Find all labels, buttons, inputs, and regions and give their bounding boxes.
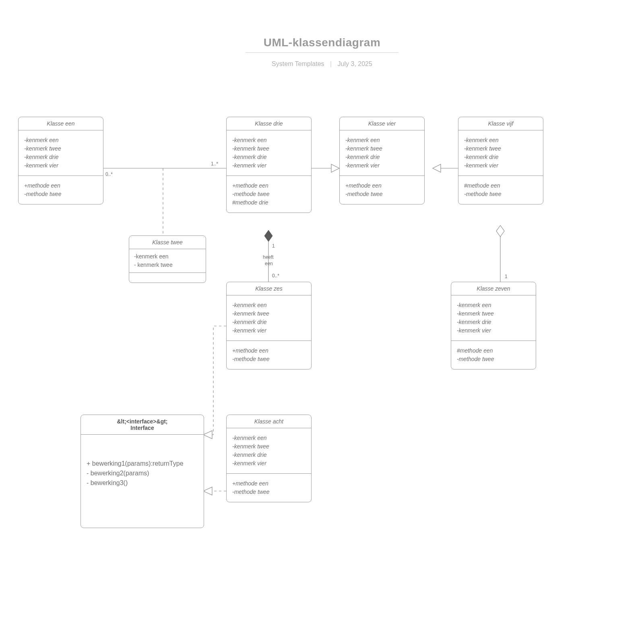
class-k3-name: Klasse drie <box>227 117 311 130</box>
class-k2[interactable]: Klasse twee -kenmerk een - kenmerk twee <box>129 235 206 283</box>
class-k5-name: Klasse vijf <box>458 117 543 130</box>
class-k1-ops: +methode een -methode twee <box>19 176 103 204</box>
class-k6[interactable]: Klasse zes -kenmerk een -kenmerk twee -k… <box>226 282 312 369</box>
class-k8-name: Klasse acht <box>227 415 311 428</box>
class-k2-attrs: -kenmerk een - kenmerk twee <box>129 249 206 273</box>
class-k1[interactable]: Klasse een -kenmerk een -kenmerk twee -k… <box>18 117 103 204</box>
class-k2-ops <box>129 273 206 283</box>
svg-marker-8 <box>496 225 504 237</box>
diagram-canvas: UML-klassendiagram System Templates | Ju… <box>0 0 644 644</box>
class-k1-attrs: -kenmerk een -kenmerk twee -kenmerk drie… <box>19 130 103 176</box>
svg-marker-3 <box>331 164 339 172</box>
svg-marker-7 <box>264 230 272 242</box>
class-k7-ops: #methode een -methode twee <box>451 341 536 369</box>
interface-ops: + bewerking1(params):returnType - bewerk… <box>81 435 204 537</box>
svg-marker-9 <box>203 431 212 439</box>
date: July 3, 2025 <box>338 60 372 67</box>
mult-k3-k6-top: 1 <box>272 243 275 249</box>
page-subtitle: System Templates | July 3, 2025 <box>0 60 644 68</box>
class-k4-ops: +methode een -methode twee <box>340 176 424 204</box>
class-k3-ops: +methode een -methode twee #methode drie <box>227 176 311 213</box>
class-k5-attrs: -kenmerk een -kenmerk twee -kenmerk drie… <box>458 130 543 176</box>
assoc-label-line1: heeft <box>263 254 274 260</box>
mult-k5-k7-bot: 1 <box>505 274 508 279</box>
class-k1-name: Klasse een <box>19 117 103 130</box>
interface-stereo: &lt;<interface>&gt; <box>83 418 201 425</box>
connectors-layer <box>0 0 644 644</box>
class-k8-ops: +methode een -methode twee <box>227 474 311 502</box>
class-k7-name: Klasse zeven <box>451 282 536 295</box>
mult-k3-k6-bot: 0..* <box>272 273 279 279</box>
class-k6-attrs: -kenmerk een -kenmerk twee -kenmerk drie… <box>227 295 311 341</box>
svg-marker-11 <box>203 487 212 495</box>
class-k8[interactable]: Klasse acht -kenmerk een -kenmerk twee -… <box>226 415 312 502</box>
mult-k1-k3-right: 1..* <box>211 161 218 167</box>
assoc-label-line2: een <box>265 261 273 266</box>
separator: | <box>330 60 332 67</box>
interface-header: &lt;<interface>&gt; Interface <box>81 415 204 435</box>
interface-name: Interface <box>83 425 201 431</box>
class-k3[interactable]: Klasse drie -kenmerk een -kenmerk twee -… <box>226 117 312 213</box>
page-title: UML-klassendiagram <box>0 36 644 49</box>
class-k4[interactable]: Klasse vier -kenmerk een -kenmerk twee -… <box>339 117 425 204</box>
class-k2-name: Klasse twee <box>129 236 206 249</box>
class-k6-name: Klasse zes <box>227 282 311 295</box>
title-underline <box>246 52 398 53</box>
class-k7-attrs: -kenmerk een -kenmerk twee -kenmerk drie… <box>451 295 536 341</box>
class-k4-name: Klasse vier <box>340 117 424 130</box>
author: System Templates <box>272 60 324 67</box>
class-interface[interactable]: &lt;<interface>&gt; Interface + bewerkin… <box>80 415 204 528</box>
class-k5-ops: #methode een -methode twee <box>458 176 543 204</box>
class-k8-attrs: -kenmerk een -kenmerk twee -kenmerk drie… <box>227 428 311 474</box>
class-k4-attrs: -kenmerk een -kenmerk twee -kenmerk drie… <box>340 130 424 176</box>
class-k3-attrs: -kenmerk een -kenmerk twee -kenmerk drie… <box>227 130 311 176</box>
svg-marker-5 <box>433 164 441 172</box>
class-k7[interactable]: Klasse zeven -kenmerk een -kenmerk twee … <box>451 282 536 369</box>
class-k6-ops: +methode een -methode twee <box>227 341 311 369</box>
class-k5[interactable]: Klasse vijf -kenmerk een -kenmerk twee -… <box>458 117 543 204</box>
mult-k1-k3-left: 0..* <box>105 171 113 177</box>
